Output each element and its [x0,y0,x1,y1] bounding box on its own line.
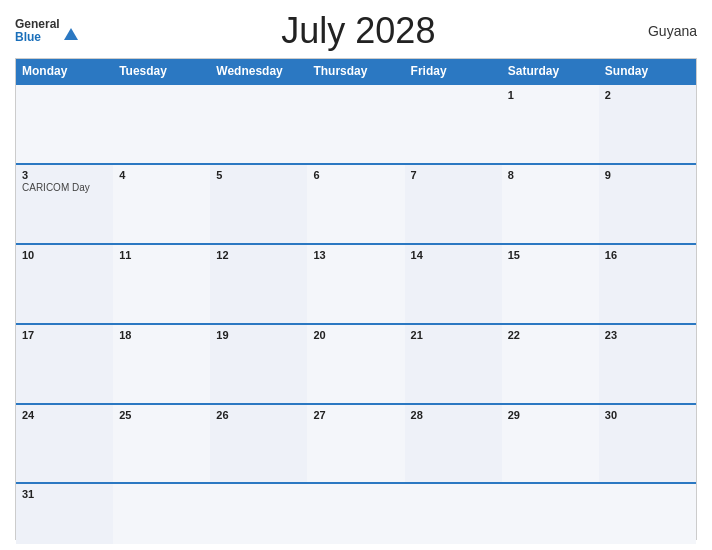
calendar-cell: 5 [210,165,307,243]
day-number: 10 [22,249,107,261]
calendar-cell [210,484,307,544]
day-number: 19 [216,329,301,341]
day-number: 25 [119,409,204,421]
calendar-cell: 29 [502,405,599,483]
day-number: 28 [411,409,496,421]
calendar-cell [113,484,210,544]
day-number: 22 [508,329,593,341]
calendar-week-5: 24252627282930 [16,403,696,483]
calendar-cell: 24 [16,405,113,483]
calendar-cell: 6 [307,165,404,243]
logo-blue-text: Blue [15,31,41,44]
calendar-cell: 23 [599,325,696,403]
day-number: 16 [605,249,690,261]
day-number: 17 [22,329,107,341]
calendar-cell: 28 [405,405,502,483]
calendar-cell: 11 [113,245,210,323]
day-number: 23 [605,329,690,341]
day-number: 26 [216,409,301,421]
day-number: 1 [508,89,593,101]
calendar-week-6: 31 [16,482,696,539]
day-number: 13 [313,249,398,261]
calendar-cell: 21 [405,325,502,403]
logo: General Blue [15,18,80,44]
logo-icon [62,26,80,44]
calendar-cell [210,85,307,163]
page-header: General Blue July 2028 Guyana [15,10,697,52]
svg-marker-0 [64,28,78,40]
calendar-cell: 12 [210,245,307,323]
calendar-cell: 22 [502,325,599,403]
calendar-cell: 16 [599,245,696,323]
day-number: 8 [508,169,593,181]
day-number: 18 [119,329,204,341]
header-wednesday: Wednesday [210,59,307,83]
calendar-cell: 18 [113,325,210,403]
day-number: 11 [119,249,204,261]
calendar-page: General Blue July 2028 Guyana Monday Tue… [0,0,712,550]
day-number: 5 [216,169,301,181]
day-number: 14 [411,249,496,261]
header-saturday: Saturday [502,59,599,83]
day-number: 9 [605,169,690,181]
calendar-cell [405,85,502,163]
calendar-body: 123CARICOM Day45678910111213141516171819… [16,83,696,539]
calendar-cell: 19 [210,325,307,403]
calendar-cell: 8 [502,165,599,243]
header-friday: Friday [405,59,502,83]
calendar-cell: 1 [502,85,599,163]
day-number: 27 [313,409,398,421]
header-monday: Monday [16,59,113,83]
calendar-cell [307,484,404,544]
day-number: 21 [411,329,496,341]
day-number: 31 [22,488,107,500]
calendar-cell: 15 [502,245,599,323]
calendar-week-2: 3CARICOM Day456789 [16,163,696,243]
calendar-grid: Monday Tuesday Wednesday Thursday Friday… [15,58,697,540]
calendar-cell: 31 [16,484,113,544]
calendar-cell: 27 [307,405,404,483]
calendar-cell: 30 [599,405,696,483]
calendar-title: July 2028 [80,10,637,52]
day-number: 2 [605,89,690,101]
calendar-cell: 9 [599,165,696,243]
country-label: Guyana [637,23,697,39]
calendar-cell: 25 [113,405,210,483]
calendar-week-4: 17181920212223 [16,323,696,403]
calendar-cell [307,85,404,163]
header-tuesday: Tuesday [113,59,210,83]
calendar-week-3: 10111213141516 [16,243,696,323]
calendar-cell [502,484,599,544]
calendar-cell: 7 [405,165,502,243]
calendar-cell: 10 [16,245,113,323]
calendar-cell: 26 [210,405,307,483]
calendar-cell [405,484,502,544]
day-number: 7 [411,169,496,181]
header-thursday: Thursday [307,59,404,83]
day-number: 24 [22,409,107,421]
day-number: 12 [216,249,301,261]
calendar-header: Monday Tuesday Wednesday Thursday Friday… [16,59,696,83]
day-number: 29 [508,409,593,421]
calendar-cell: 17 [16,325,113,403]
day-number: 4 [119,169,204,181]
calendar-cell: 4 [113,165,210,243]
calendar-cell [113,85,210,163]
calendar-cell [599,484,696,544]
day-number: 6 [313,169,398,181]
day-number: 3 [22,169,107,181]
header-sunday: Sunday [599,59,696,83]
calendar-cell: 2 [599,85,696,163]
day-number: 30 [605,409,690,421]
calendar-week-1: 12 [16,83,696,163]
calendar-cell: 20 [307,325,404,403]
calendar-cell: 14 [405,245,502,323]
calendar-cell [16,85,113,163]
day-number: 15 [508,249,593,261]
calendar-cell: 13 [307,245,404,323]
calendar-event: CARICOM Day [22,182,90,193]
calendar-cell: 3CARICOM Day [16,165,113,243]
day-number: 20 [313,329,398,341]
